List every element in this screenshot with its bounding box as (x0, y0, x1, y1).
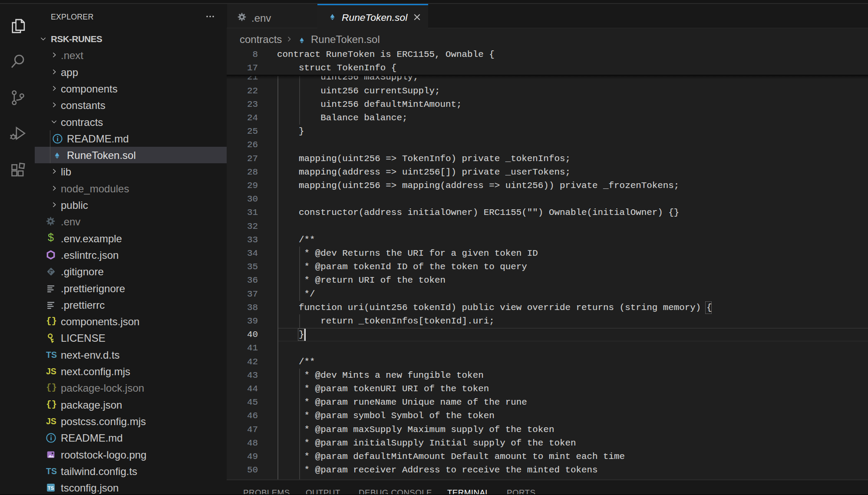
svg-text:TS: TS (48, 485, 54, 491)
